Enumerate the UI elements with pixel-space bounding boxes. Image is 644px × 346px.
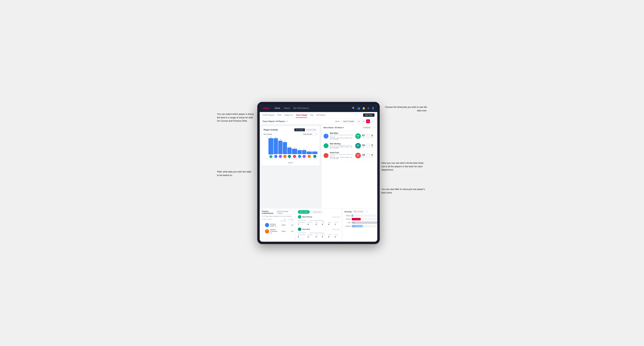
users-icon[interactable]: 👥 bbox=[357, 107, 360, 110]
lb-name: Edward Crossman 🥈 bbox=[270, 229, 278, 234]
activity-card: Most Active Least Active Blair McHarg 26… bbox=[296, 208, 342, 242]
best-shots-title: Best Shots bbox=[324, 127, 334, 129]
scoring-bar-wrap-birdies: 96 bbox=[352, 218, 377, 220]
chevron-right-icon[interactable]: › bbox=[374, 154, 375, 157]
tab-hcaps[interactable]: Hcaps 1-5 bbox=[284, 113, 293, 118]
add-icon[interactable]: ⊕ bbox=[367, 107, 370, 110]
lb-avg: 107 bbox=[286, 230, 294, 232]
scoring-par-dropdown[interactable]: Par 3, 4 & 5s bbox=[352, 210, 366, 213]
nav-link-home[interactable]: Home bbox=[274, 107, 280, 109]
bar-bbritt[interactable]: 12 B. Britt bbox=[274, 137, 278, 159]
stat-yds-1: 43 yds bbox=[362, 144, 365, 148]
user-icon[interactable]: 👤 bbox=[372, 107, 374, 110]
val-gtt: 0 bbox=[316, 223, 321, 225]
list-view-icon[interactable]: ☰ bbox=[362, 119, 366, 123]
shot-stats: 16 yds 0 0 yds bbox=[362, 154, 373, 158]
shot-card-blair-mcharg[interactable]: Blair McHarg 23 Jul 2023 · Ashridge GC, … bbox=[322, 141, 377, 150]
nav-link-teams[interactable]: Teams bbox=[284, 107, 290, 109]
table-view-icon[interactable]: ≡ bbox=[371, 119, 374, 123]
tab-pgat-players[interactable]: PGAT Players bbox=[262, 113, 274, 118]
nav-link-my-performance[interactable]: My Performance bbox=[294, 107, 309, 109]
bar-dford[interactable]: 10 D. Ford bbox=[278, 137, 282, 159]
bar-bmcharg[interactable]: 13 B. McHarg bbox=[268, 137, 273, 159]
bar-value: 12 bbox=[275, 137, 276, 138]
bar-fill bbox=[298, 150, 302, 154]
bar-rect bbox=[298, 150, 302, 154]
col-app: APP bbox=[322, 222, 327, 223]
bell-icon[interactable]: 🔔 bbox=[362, 107, 365, 110]
y-label-0: 0 bbox=[264, 137, 268, 138]
val-app: 0 bbox=[322, 223, 327, 225]
col-pb-avg: PB AVG SQ bbox=[286, 218, 294, 222]
tab-team-clippd[interactable]: Team Clippd bbox=[296, 113, 307, 118]
val-putt: 0 bbox=[334, 236, 340, 238]
col-app: APP bbox=[322, 234, 327, 236]
shot-card-matt-miller[interactable]: Matt Miller 09 Jun 2023 · Royal North De… bbox=[322, 131, 377, 141]
bar-gbillingham[interactable]: 4 G. Billingham bbox=[292, 137, 297, 159]
lb-row-richard-butler[interactable]: 1 Richard Butler 🥇 19/20 110 bbox=[262, 222, 294, 228]
chart-area: 10 5 0 13 bbox=[264, 137, 318, 165]
shot-card-david-ford[interactable]: David Ford 24 Aug 2023 · Royal North Dev… bbox=[322, 150, 377, 161]
medal-icon: 🥇 bbox=[275, 225, 276, 227]
player-info-david-ford: David Ford 24 Aug 2023 · Royal North Dev… bbox=[330, 152, 354, 159]
edit-icon[interactable]: ✎ bbox=[286, 120, 288, 122]
scoring-row-eagles: Eagles 3 bbox=[344, 214, 377, 217]
chevron-right-icon[interactable]: › bbox=[374, 135, 375, 137]
bar-lrobertson[interactable]: 2 L. Robertson bbox=[312, 137, 318, 159]
player-activity-card: Player Activity On Course Practice Drill… bbox=[262, 126, 320, 166]
tab-least-active[interactable]: Least Active bbox=[311, 210, 323, 214]
search-icon[interactable]: 🔍 bbox=[352, 107, 355, 110]
drill-dropdown[interactable]: PUTT Must Make Putting ... bbox=[276, 210, 294, 214]
best-shots-header: Best Shots All Shots ▾ All Players ▾ bbox=[322, 124, 377, 131]
bar-ecrossman[interactable]: 2 E. Crossman bbox=[306, 137, 312, 159]
toggle-practice[interactable]: Practice Drills bbox=[305, 128, 317, 131]
bar-rbutler[interactable]: 3 R. Butler bbox=[298, 137, 302, 159]
chevron-right-icon[interactable]: › bbox=[374, 145, 375, 147]
stat-label: yds bbox=[371, 156, 373, 158]
col-putt: PUTT bbox=[334, 234, 340, 236]
player-meta: 09 Jun 2023 · Royal North Devon GC, Hole… bbox=[330, 134, 354, 137]
card-view-icon[interactable]: ♥ bbox=[366, 119, 370, 123]
tab-most-active[interactable]: Most Active bbox=[298, 210, 310, 214]
player-meta: 24 Aug 2023 · Royal North Devon GC, Hole… bbox=[330, 154, 354, 157]
avatar bbox=[313, 155, 316, 158]
ap-avatar bbox=[298, 215, 301, 219]
view-icons: ⊞ ☰ ♥ ≡ bbox=[357, 119, 374, 123]
ap-header-blair: Blair McHarg 26 Aug 2023 bbox=[298, 215, 340, 219]
avatar bbox=[293, 155, 296, 158]
toggle-oncourse[interactable]: On Course bbox=[294, 128, 305, 131]
player-name: David Ford bbox=[330, 152, 354, 154]
tab-all-players[interactable]: All Players bbox=[316, 113, 326, 118]
team-header: Team Clippd | 14 Players ✎ Show: Last 3 … bbox=[260, 118, 377, 124]
bar-jcoles[interactable]: 9 J. Coles bbox=[283, 137, 287, 159]
tab-pga[interactable]: PGA bbox=[278, 113, 282, 118]
grid-view-icon[interactable]: ⊞ bbox=[357, 119, 361, 123]
stat-value: 16 bbox=[362, 154, 365, 156]
lb-row-edward-crossman[interactable]: 2 Edward Crossman 🥈 18/20 107 bbox=[262, 228, 294, 235]
tab-tour[interactable]: Tour bbox=[310, 113, 314, 118]
bar-mmiller[interactable]: 3 M. Miller bbox=[302, 137, 306, 159]
tab-all-shots[interactable]: All Shots ▾ bbox=[334, 127, 344, 129]
player-name: Matt Miller bbox=[330, 132, 354, 134]
val-practice: 4 bbox=[308, 236, 315, 238]
shot-detail: Shot Dist: 16 yds · Start Lie: Rough · E… bbox=[330, 157, 354, 159]
bar-value: 13 bbox=[270, 137, 272, 138]
all-players-dropdown[interactable]: All Players bbox=[362, 126, 374, 129]
tablet-frame: clippd Home Teams My Performance 🔍 👥 🔔 ⊕… bbox=[257, 102, 380, 244]
bar-rect bbox=[283, 142, 287, 154]
add-team-button[interactable]: Add Team bbox=[363, 113, 374, 117]
chevron-down-icon: ▾ bbox=[343, 127, 344, 129]
bar-eebert[interactable]: 5 E. Ebert bbox=[287, 137, 292, 159]
ap-header-rees: Rees Britt 02 Sep 2023 bbox=[298, 227, 340, 231]
col-player-name: PLAYER NAME bbox=[262, 218, 278, 222]
bar-fill bbox=[292, 149, 297, 154]
avatar-blair-mcharg bbox=[324, 143, 328, 148]
stat-yds-2: 0 yds bbox=[371, 134, 373, 138]
scoring-label-birdies: Birdies bbox=[344, 218, 351, 220]
badge-sub: SG bbox=[357, 137, 359, 138]
stat-label: yds bbox=[362, 137, 365, 138]
stat-label: yds bbox=[371, 137, 373, 138]
show-value-dropdown[interactable]: Last 3 months bbox=[342, 120, 356, 123]
chart-dropdown[interactable]: Total Rounds bbox=[302, 133, 315, 136]
stat-yds-2: 0 yds bbox=[371, 144, 373, 148]
